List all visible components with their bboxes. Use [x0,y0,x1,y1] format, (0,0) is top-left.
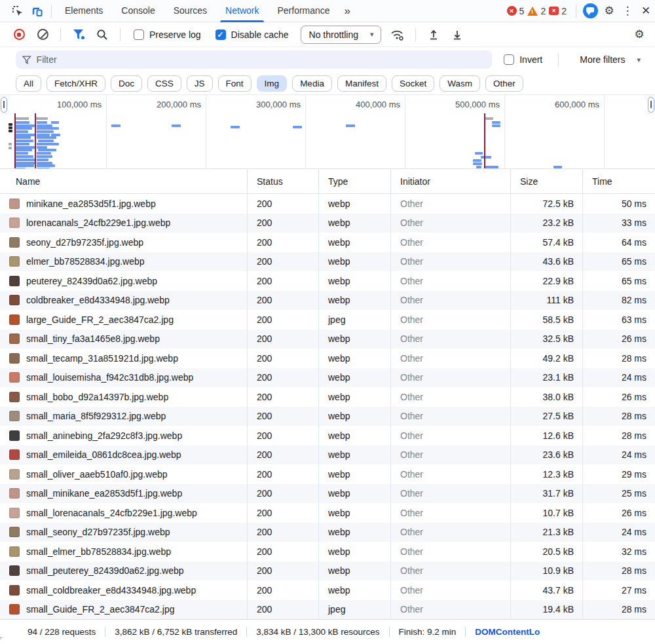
column-header-size[interactable]: Size [511,169,583,193]
request-row[interactable]: small_bobo_d92a14397b.jpg.webp200webpOth… [0,387,655,407]
network-settings-gear-icon[interactable]: ⚙ [630,26,648,44]
network-overview[interactable]: 100,000 ms200,000 ms300,000 ms400,000 ms… [0,94,655,169]
close-devtools-icon[interactable]: ✕ [637,2,655,20]
cell-size: 32.5 kB [511,330,583,349]
type-filter-chip-manifest[interactable]: Manifest [337,75,386,92]
tab-network[interactable]: Network [216,0,268,22]
issues-badge[interactable]: ✕ 2 [549,6,567,16]
cell-name[interactable]: coldbreaker_e8d4334948.jpg.webp [0,291,248,311]
overview-right-handle[interactable] [648,97,654,113]
request-row[interactable]: small_elmer_bb78528834.jpg.webp200webpOt… [0,542,655,561]
cell-name[interactable]: small_emileida_0861dc8cea.jpg.webp [0,445,248,465]
cell-name[interactable]: small_oliver_aaeb510af0.jpg.webp [0,464,248,484]
request-row[interactable]: small_maria_8f5f929312.jpg.webp200webpOt… [0,407,655,426]
cell-name[interactable]: small_louisemisha_f942c31db8.jpg.webp [0,368,248,388]
throttling-select[interactable]: No throttling ▾ [301,26,381,44]
type-filter-chip-font[interactable]: Font [218,75,252,92]
cell-name[interactable]: seony_d27b97235f.jpg.webp [0,233,248,252]
type-filter-chip-js[interactable]: JS [187,75,213,92]
request-row[interactable]: peuterey_82439d0a62.jpg.webp200webpOther… [0,271,655,291]
request-row[interactable]: lorenacanals_24cfb229e1.jpg.webp200webpO… [0,214,655,233]
inspect-element-icon[interactable] [8,2,28,20]
device-toolbar-icon[interactable] [28,2,47,20]
request-row[interactable]: seony_d27b97235f.jpg.webp200webpOther57.… [0,233,655,252]
search-icon[interactable] [92,26,112,44]
warning-badge[interactable]: ! 2 [527,6,546,16]
overview-left-handle[interactable] [1,97,7,113]
cell-name[interactable]: small_seony_d27b97235f.jpg.webp [0,523,248,542]
cell-name[interactable]: small_coldbreaker_e8d4334948.jpg.webp [0,580,248,600]
request-row[interactable]: small_oliver_aaeb510af0.jpg.webp200webpO… [0,464,655,484]
cell-name[interactable]: minikane_ea2853d5f1.jpg.webp [0,194,248,214]
tab-sources[interactable]: Sources [164,0,216,22]
type-filter-chip-media[interactable]: Media [292,75,332,92]
type-filter-chip-socket[interactable]: Socket [392,75,434,92]
cell-name[interactable]: small_bobo_d92a14397b.jpg.webp [0,387,248,407]
request-row[interactable]: small_coldbreaker_e8d4334948.jpg.webp200… [0,580,655,600]
statusbar-domcontentloaded[interactable]: DOMContentLo [465,627,549,637]
preserve-log-checkbox[interactable]: Preserve log [134,29,201,40]
request-row[interactable]: coldbreaker_e8d4334948.jpg.webp200webpOt… [0,291,655,311]
request-row[interactable]: minikane_ea2853d5f1.jpg.webp200webpOther… [0,194,655,214]
clear-network-log-icon[interactable] [33,26,52,44]
cell-name[interactable]: small_peuterey_82439d0a62.jpg.webp [0,561,248,581]
request-row[interactable]: small_peuterey_82439d0a62.jpg.webp200web… [0,561,655,581]
divider [576,5,576,18]
type-filter-chip-doc[interactable]: Doc [111,75,142,92]
import-har-icon[interactable] [424,26,443,44]
request-row[interactable]: small_seony_d27b97235f.jpg.webp200webpOt… [0,523,655,542]
tab-console[interactable]: Console [112,0,164,22]
column-header-name[interactable]: Name [0,169,248,193]
ai-assistant-icon[interactable] [580,2,600,20]
filter-input[interactable] [37,54,486,65]
request-row[interactable]: large_Guide_FR_2_aec3847ca2.jpg200jpegOt… [0,310,655,330]
error-badge[interactable]: ✕ 5 [507,6,525,16]
column-header-status[interactable]: Status [248,169,319,193]
kebab-menu-icon[interactable]: ⋮ [618,2,637,20]
cell-name[interactable]: lorenacanals_24cfb229e1.jpg.webp [0,214,248,233]
export-har-icon[interactable] [447,26,467,44]
column-header-type[interactable]: Type [319,169,391,193]
cell-name[interactable]: large_Guide_FR_2_aec3847ca2.jpg [0,310,248,330]
more-tabs-icon[interactable]: » [339,5,356,18]
column-header-initiator[interactable]: Initiator [391,169,511,193]
filter-toggle-icon[interactable] [69,26,88,44]
invert-checkbox[interactable]: Invert [504,54,542,65]
cell-initiator: Other [391,194,511,214]
cell-name[interactable]: small_tiny_fa3a1465e8.jpg.webp [0,330,248,349]
type-filter-chip-other[interactable]: Other [485,75,523,92]
type-filter-chip-all[interactable]: All [16,75,41,92]
network-conditions-icon[interactable] [388,26,407,44]
disable-cache-checkbox[interactable]: ✓ Disable cache [215,29,289,40]
request-row[interactable]: small_Guide_FR_2_aec3847ca2.jpg200jpegOt… [0,600,655,620]
cell-name[interactable]: small_minikane_ea2853d5f1.jpg.webp [0,484,248,504]
cell-name[interactable]: small_maria_8f5f929312.jpg.webp [0,407,248,426]
type-filter-chip-wasm[interactable]: Wasm [440,75,480,92]
type-filter-chip-css[interactable]: CSS [147,75,181,92]
request-row[interactable]: small_lorenacanals_24cfb229e1.jpg.webp20… [0,503,655,523]
cell-name[interactable]: small_elmer_bb78528834.jpg.webp [0,542,248,561]
waterfall-bar [231,126,240,128]
request-row[interactable]: small_tecamp_31a851921d.jpg.webp200webpO… [0,349,655,368]
type-filter-chip-img[interactable]: Img [257,75,288,92]
request-row[interactable]: small_louisemisha_f942c31db8.jpg.webp200… [0,368,655,388]
cell-name[interactable]: small_aninebing_2fa292c8f3.jpg.webp [0,426,248,445]
cell-name[interactable]: small_Guide_FR_2_aec3847ca2.jpg [0,600,248,620]
settings-gear-icon[interactable]: ⚙ [600,2,618,20]
tab-performance[interactable]: Performance [268,0,339,22]
cell-name[interactable]: small_lorenacanals_24cfb229e1.jpg.webp [0,503,248,523]
cell-name[interactable]: small_tecamp_31a851921d.jpg.webp [0,349,248,368]
request-row[interactable]: small_minikane_ea2853d5f1.jpg.webp200web… [0,484,655,504]
request-row[interactable]: elmer_bb78528834.jpg.webp200webpOther43.… [0,252,655,272]
more-filters-dropdown[interactable]: More filters ▾ [572,50,643,69]
filter-input-wrap[interactable] [16,50,492,69]
cell-name[interactable]: peuterey_82439d0a62.jpg.webp [0,271,248,291]
request-row[interactable]: small_tiny_fa3a1465e8.jpg.webp200webpOth… [0,330,655,349]
column-header-time[interactable]: Time [583,169,655,193]
tab-elements[interactable]: Elements [56,0,112,22]
request-row[interactable]: small_aninebing_2fa292c8f3.jpg.webp200we… [0,426,655,445]
type-filter-chip-fetchxhr[interactable]: Fetch/XHR [47,75,105,92]
record-network-log-icon[interactable] [9,26,29,44]
request-row[interactable]: small_emileida_0861dc8cea.jpg.webp200web… [0,445,655,465]
cell-name[interactable]: elmer_bb78528834.jpg.webp [0,252,248,272]
